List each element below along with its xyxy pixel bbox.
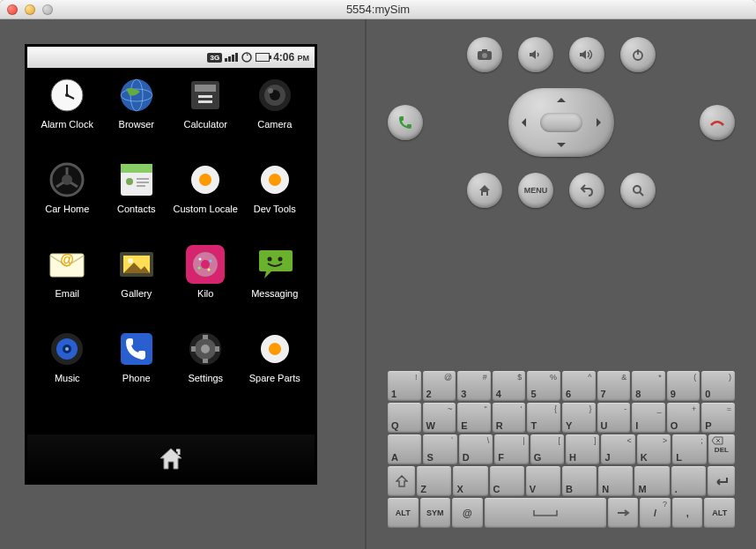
- key-x[interactable]: X: [453, 466, 487, 496]
- app-label: Gallery: [121, 288, 152, 299]
- key-shift[interactable]: [388, 466, 415, 496]
- key-sym[interactable]: SYM: [420, 498, 451, 528]
- key-i[interactable]: _I: [632, 403, 665, 433]
- key-2[interactable]: @2: [423, 371, 456, 401]
- minimize-button[interactable]: [25, 4, 35, 15]
- dpad-down[interactable]: [557, 143, 566, 152]
- app-phone[interactable]: Phone: [102, 329, 172, 410]
- svg-point-41: [210, 260, 212, 263]
- key-at[interactable]: @: [452, 498, 483, 528]
- dpad: [508, 88, 614, 157]
- app-label: Car Home: [45, 204, 89, 214]
- key-r[interactable]: 'R: [493, 403, 526, 433]
- key-p[interactable]: =P: [701, 403, 735, 433]
- key-q[interactable]: Q: [388, 403, 421, 433]
- key-6[interactable]: ^6: [562, 371, 596, 401]
- dpad-left[interactable]: [517, 118, 526, 127]
- app-calculator[interactable]: Calculator: [171, 75, 241, 156]
- close-button[interactable]: [7, 4, 18, 15]
- key-enter[interactable]: [708, 466, 735, 496]
- app-messaging[interactable]: Messaging: [241, 244, 310, 325]
- app-label: Spare Parts: [249, 373, 300, 383]
- app-browser[interactable]: Browser: [102, 75, 172, 156]
- dpad-right[interactable]: [597, 118, 605, 127]
- key-0[interactable]: )0: [701, 371, 735, 401]
- key-slash[interactable]: /?: [640, 498, 671, 528]
- key-b[interactable]: B: [562, 466, 597, 496]
- key-.[interactable]: .: [671, 466, 706, 496]
- hw-row-top: [388, 37, 735, 72]
- key-9[interactable]: (9: [667, 371, 700, 401]
- key-h[interactable]: ]H: [566, 434, 599, 464]
- call-button[interactable]: [388, 105, 423, 140]
- app-camera[interactable]: Camera: [241, 75, 310, 156]
- key-comma[interactable]: ,: [672, 498, 703, 528]
- key-y[interactable]: }Y: [562, 403, 596, 433]
- dpad-row: [388, 88, 735, 157]
- volume-down-button[interactable]: [518, 37, 553, 72]
- key-a[interactable]: A: [388, 434, 421, 464]
- key-v[interactable]: V: [526, 466, 560, 496]
- back-button[interactable]: [569, 173, 604, 208]
- app-spare-parts[interactable]: Spare Parts: [241, 329, 310, 410]
- key-space[interactable]: [485, 498, 606, 528]
- key-o[interactable]: +O: [667, 403, 700, 433]
- hw-home-button[interactable]: [467, 173, 502, 208]
- menu-button[interactable]: MENU: [518, 173, 553, 208]
- key-8[interactable]: *8: [632, 371, 665, 401]
- key-del[interactable]: DEL: [708, 434, 735, 464]
- key-u[interactable]: -U: [597, 403, 631, 433]
- svg-rect-22: [121, 164, 152, 173]
- app-settings[interactable]: Settings: [171, 329, 241, 410]
- key-m[interactable]: M: [634, 466, 669, 496]
- key-e[interactable]: "E: [457, 403, 491, 433]
- key-n[interactable]: N: [598, 466, 633, 496]
- key-j[interactable]: <J: [601, 434, 634, 464]
- key-arrow[interactable]: [608, 498, 639, 528]
- key-3[interactable]: #3: [457, 371, 491, 401]
- app-dev-tools[interactable]: Dev Tools: [241, 160, 310, 241]
- app-email[interactable]: @Email: [33, 244, 102, 325]
- key-l[interactable]: ;L: [672, 434, 706, 464]
- svg-rect-9: [195, 85, 216, 92]
- dpad-center[interactable]: [540, 113, 582, 132]
- key-7[interactable]: &7: [597, 371, 631, 401]
- power-button[interactable]: [620, 37, 656, 72]
- home-icon[interactable]: [157, 444, 185, 472]
- key-alt-l[interactable]: ALT: [388, 498, 419, 528]
- key-w[interactable]: ~W: [423, 403, 456, 433]
- app-contacts[interactable]: Contacts: [102, 160, 172, 241]
- key-d[interactable]: \D: [459, 434, 493, 464]
- key-s[interactable]: `S: [423, 434, 456, 464]
- volume-up-button[interactable]: [569, 37, 604, 72]
- clock-time: 4:06 PM: [273, 51, 309, 63]
- key-4[interactable]: $4: [493, 371, 526, 401]
- key-t[interactable]: {T: [527, 403, 560, 433]
- key-z[interactable]: Z: [417, 466, 451, 496]
- app-car-home[interactable]: Car Home: [33, 160, 102, 241]
- svg-point-55: [269, 343, 281, 355]
- app-label: Custom Locale: [174, 204, 238, 214]
- svg-point-4: [65, 93, 69, 97]
- key-k[interactable]: >K: [637, 434, 671, 464]
- device-screen: 3G 4:06 PM Alarm ClockBrowserCalculatorC…: [25, 44, 317, 485]
- app-gallery[interactable]: Gallery: [102, 244, 172, 325]
- camera-button[interactable]: [467, 37, 502, 72]
- app-alarm-clock[interactable]: Alarm Clock: [33, 75, 102, 156]
- app-custom-locale[interactable]: Custom Locale: [171, 160, 241, 241]
- key-1[interactable]: !1: [388, 371, 421, 401]
- zoom-button[interactable]: [42, 4, 53, 15]
- dpad-up[interactable]: [557, 93, 566, 102]
- app-music[interactable]: Music: [33, 329, 102, 410]
- end-call-button[interactable]: [700, 105, 735, 140]
- svg-rect-50: [121, 333, 152, 365]
- app-kilo[interactable]: Kilo: [171, 244, 241, 325]
- key-5[interactable]: %5: [527, 371, 560, 401]
- key-alt-r[interactable]: ALT: [704, 498, 735, 528]
- svg-rect-10: [198, 95, 212, 98]
- search-button[interactable]: [620, 173, 656, 208]
- key-f[interactable]: |F: [494, 434, 528, 464]
- key-c[interactable]: C: [490, 466, 524, 496]
- app-label: Alarm Clock: [41, 119, 93, 130]
- key-g[interactable]: [G: [530, 434, 564, 464]
